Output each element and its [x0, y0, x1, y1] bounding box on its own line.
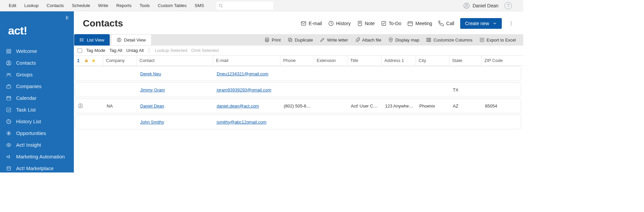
action-history[interactable]: History: [328, 20, 351, 26]
action-e-mail[interactable]: E-mail: [301, 20, 322, 26]
calendar-icon: [5, 95, 12, 101]
create-new-button[interactable]: Create new: [460, 18, 502, 29]
sidebar-item-task-list[interactable]: Task List: [0, 104, 74, 116]
menu-custom-tables[interactable]: Custom Tables: [154, 3, 191, 8]
svg-rect-53: [428, 38, 429, 42]
untag-all-button[interactable]: Untag All: [126, 48, 144, 53]
cell-contact[interactable]: John Smithy: [138, 120, 214, 125]
search-icon: [218, 3, 223, 8]
toolbar-display-map[interactable]: Display map: [385, 34, 423, 46]
menu-sms[interactable]: SMS: [191, 3, 208, 8]
tag-mode-label[interactable]: Tag Mode: [86, 48, 105, 53]
svg-rect-48: [266, 41, 268, 42]
svg-rect-6: [9, 49, 11, 51]
history-icon: [328, 20, 334, 26]
col-zip[interactable]: ZIP Code: [481, 56, 515, 65]
svg-rect-7: [7, 52, 8, 53]
history-icon: [5, 119, 12, 124]
cell-email[interactable]: Dneu1234321@gmail.com: [214, 71, 281, 76]
brand-logo: act!: [0, 11, 74, 45]
display-map-icon: [388, 37, 393, 43]
col-state[interactable]: State: [449, 56, 481, 65]
toolbar-duplicate[interactable]: Duplicate: [284, 34, 316, 46]
svg-rect-14: [7, 96, 11, 100]
action-note[interactable]: Note: [357, 20, 375, 26]
svg-point-11: [7, 73, 8, 75]
svg-point-24: [8, 144, 9, 146]
user-menu[interactable]: Daniel Dean: [463, 2, 498, 9]
menu-tools[interactable]: Tools: [136, 3, 154, 8]
global-search[interactable]: [216, 2, 273, 10]
toolbar-print[interactable]: Print: [261, 34, 284, 46]
col-address[interactable]: Address 1: [381, 56, 416, 65]
user-name-label: Daniel Dean: [473, 3, 498, 8]
sidebar-item-history-list[interactable]: History List: [0, 116, 74, 127]
sidebar-item-groups[interactable]: Groups: [0, 69, 74, 80]
sidebar-item-contacts[interactable]: Contacts: [0, 57, 74, 69]
cell-company: NA: [104, 103, 138, 109]
sidebar-item-act-insight[interactable]: Act! Insight: [0, 139, 74, 151]
action-meeting[interactable]: Meeting: [407, 20, 432, 26]
sidebar-item-calendar[interactable]: Calendar: [0, 92, 74, 104]
more-menu-button[interactable]: [508, 21, 515, 26]
to-do-icon: [381, 20, 387, 26]
sidebar-item-act-marketplace[interactable]: Act! Marketplace: [0, 162, 74, 172]
table-row[interactable]: NADaniel Deandaniel.dean@act.com(802) 50…: [75, 98, 521, 113]
user-avatar-icon: [463, 2, 470, 9]
search-input[interactable]: [224, 3, 271, 8]
menu-write[interactable]: Write: [94, 3, 112, 8]
kebab-icon: [508, 21, 514, 26]
col-email[interactable]: E-mail: [213, 56, 280, 65]
col-title[interactable]: Title: [347, 56, 381, 65]
menu-reports[interactable]: Reports: [112, 3, 136, 8]
svg-line-1: [221, 6, 222, 7]
tab-detail-view[interactable]: Detail View: [111, 34, 152, 46]
sidebar-item-companies[interactable]: Companies: [0, 80, 74, 92]
action-call[interactable]: Call: [438, 20, 454, 26]
menu-edit[interactable]: Edit: [5, 3, 20, 8]
action-to-do[interactable]: To-Do: [381, 20, 401, 26]
lookup-selected-button: Lookup Selected: [155, 48, 187, 53]
svg-point-12: [9, 73, 10, 75]
toolbar-write-letter[interactable]: Write letter: [316, 34, 352, 46]
toolbar-customize-columns[interactable]: Customize Columns: [423, 34, 476, 46]
e-mail-icon: [301, 20, 307, 26]
cell-email[interactable]: jgram93939293@gmail.com: [214, 87, 281, 92]
svg-rect-18: [7, 108, 11, 112]
tag-mode-checkbox[interactable]: [77, 48, 82, 53]
cell-contact[interactable]: Jimmy Gram: [138, 87, 214, 92]
svg-point-3: [466, 4, 467, 5]
self-contact-icon: [78, 103, 83, 109]
sidebar-collapse-button[interactable]: [65, 15, 71, 22]
person-circle-icon: [5, 60, 12, 66]
help-button[interactable]: ?: [504, 2, 512, 9]
col-city[interactable]: City: [416, 56, 449, 65]
tag-all-button[interactable]: Tag All: [109, 48, 122, 53]
export-to-excel-icon: [479, 37, 485, 43]
col-contact[interactable]: Contact: [137, 56, 213, 65]
menu-lookup[interactable]: Lookup: [20, 3, 43, 8]
sidebar-item-welcome[interactable]: Welcome: [0, 45, 74, 57]
customize-columns-icon: [426, 37, 431, 43]
table-row[interactable]: John Smithyjsmithy@abc12gmail.com: [75, 115, 521, 129]
menu-schedule[interactable]: Schedule: [68, 3, 94, 8]
table-row[interactable]: Derek NeuDneu1234321@gmail.com: [75, 66, 521, 81]
cell-phone: (802) 505-6654: [281, 103, 315, 109]
cell-contact[interactable]: Derek Neu: [138, 71, 214, 76]
toolbar-attach-file[interactable]: Attach file: [352, 34, 385, 46]
col-company[interactable]: Company: [103, 56, 137, 65]
svg-rect-52: [427, 38, 428, 42]
cell-email[interactable]: jsmithy@abc12gmail.com: [214, 120, 281, 125]
tab-list-view[interactable]: List View: [74, 34, 110, 46]
cell-contact[interactable]: Daniel Dean: [138, 103, 214, 109]
col-extension[interactable]: Extension: [314, 56, 347, 65]
sidebar-item-opportunities[interactable]: Opportunities: [0, 127, 74, 139]
menu-contacts[interactable]: Contacts: [43, 3, 68, 8]
sidebar-item-marketing-automation[interactable]: Marketing Automation: [0, 151, 74, 162]
cell-email[interactable]: daniel.dean@act.com: [214, 103, 281, 109]
table-row[interactable]: Jimmy Gramjgram93939293@gmail.comTX: [75, 82, 521, 97]
col-phone[interactable]: Phone: [280, 56, 314, 65]
svg-rect-5: [7, 49, 8, 51]
duplicate-icon: [287, 37, 293, 43]
toolbar-export-to-excel[interactable]: Export to Excel: [476, 34, 519, 46]
